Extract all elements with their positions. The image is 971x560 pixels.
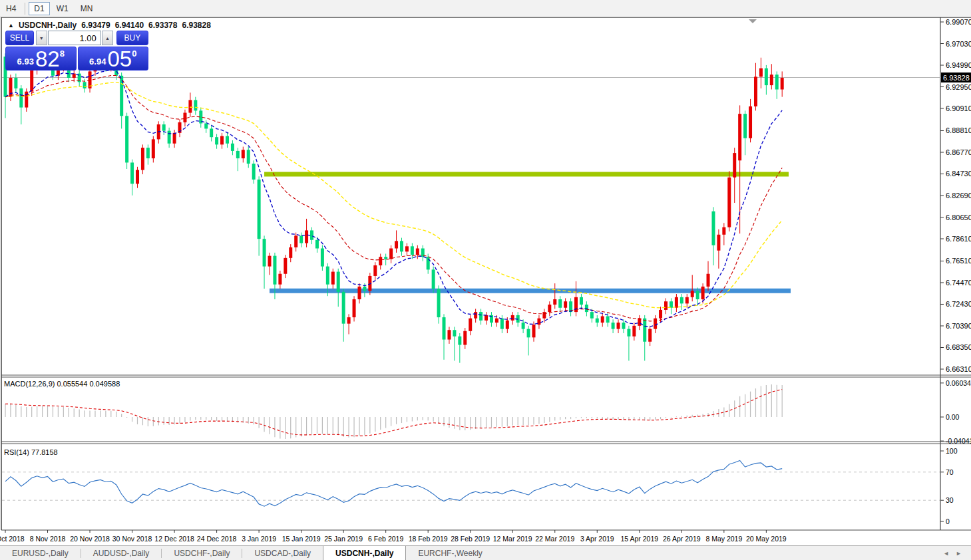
svg-text:24 Dec 2018: 24 Dec 2018 [197,535,237,543]
svg-text:29 Oct 2018: 29 Oct 2018 [0,535,25,543]
svg-text:26 Apr 2019: 26 Apr 2019 [663,535,701,543]
ohlc-low: 6.93378 [148,21,177,30]
svg-text:6.76510: 6.76510 [946,257,971,265]
timeframe-button-d1[interactable]: D1 [29,2,49,15]
svg-text:15 Apr 2019: 15 Apr 2019 [620,535,658,543]
svg-text:70: 70 [946,468,954,476]
svg-text:0: 0 [946,517,950,525]
timeframe-button-w1[interactable]: W1 [51,2,74,15]
svg-text:8 Nov 2018: 8 Nov 2018 [30,535,66,543]
svg-text:6.97030: 6.97030 [946,40,971,48]
resistance-line [264,172,789,176]
one-click-trading-panel: SELL ▼ ▲ BUY 6.93 82 8 6.94 05 0 [5,31,148,70]
buy-price-button[interactable]: 6.94 05 0 [78,47,149,70]
mt4-window: { "toolbar": { "timeframes": ["H4","D1",… [0,0,971,560]
svg-text:6.93828: 6.93828 [943,74,970,82]
svg-text:6.78610: 6.78610 [946,235,971,243]
svg-text:6.90910: 6.90910 [946,104,971,112]
svg-text:0.00: 0.00 [946,413,960,421]
ohlc-high: 6.94140 [115,21,144,30]
svg-text:22 Mar 2019: 22 Mar 2019 [535,535,574,543]
chart-title: ▲ USDCNH-,Daily 6.93479 6.94140 6.93378 … [8,21,211,30]
tab-usdcnh[interactable]: USDCNH-,Daily [323,546,406,560]
timeframe-button-h4[interactable]: H4 [1,2,21,15]
svg-text:6.84730: 6.84730 [946,170,971,178]
svg-text:18 Feb 2019: 18 Feb 2019 [409,535,448,543]
sell-price-prefix: 6.93 [17,57,34,67]
collapse-panel-icon[interactable]: ▲ [8,22,14,29]
svg-text:6.92950: 6.92950 [946,83,971,91]
symbol-label: USDCNH-,Daily [19,21,77,30]
svg-text:28 Feb 2019: 28 Feb 2019 [451,535,490,543]
svg-text:6.68350: 6.68350 [946,343,971,351]
buy-button[interactable]: BUY [116,31,148,45]
svg-text:3 Jan 2019: 3 Jan 2019 [242,535,276,543]
svg-text:6.66310: 6.66310 [946,365,971,373]
sell-button[interactable]: SELL [5,31,34,45]
svg-text:6.74470: 6.74470 [946,279,971,287]
buy-price-prefix: 6.94 [89,57,106,67]
svg-text:6.86770: 6.86770 [946,148,971,156]
volume-input[interactable] [48,31,101,45]
volume-spin-up[interactable]: ▲ [102,31,113,45]
timeframe-toolbar: H4D1W1MN [0,0,971,17]
svg-text:3 Apr 2019: 3 Apr 2019 [580,535,614,543]
svg-text:8 May 2019: 8 May 2019 [705,535,742,543]
volume-spin-down[interactable]: ▼ [36,31,47,45]
svg-text:100: 100 [946,447,958,455]
buy-price-pip: 0 [132,49,136,59]
tab-eurusd[interactable]: EURUSD-,Daily [0,546,81,560]
svg-text:12 Mar 2019: 12 Mar 2019 [493,535,532,543]
svg-text:6 Feb 2019: 6 Feb 2019 [368,535,403,543]
svg-text:25 Jan 2019: 25 Jan 2019 [324,535,363,543]
buy-price-main: 05 [107,48,132,70]
svg-text:20 May 2019: 20 May 2019 [746,535,787,543]
tab-eurchf[interactable]: EURCHF-,Weekly [406,546,494,560]
svg-text:12 Dec 2018: 12 Dec 2018 [154,535,194,543]
svg-text:30: 30 [946,496,954,504]
sell-price-main: 82 [35,48,60,70]
ohlc-close: 6.93828 [182,21,210,30]
tab-audusd[interactable]: AUDUSD-,Daily [81,546,162,560]
svg-text:15 Jan 2019: 15 Jan 2019 [282,535,321,543]
sell-price-button[interactable]: 6.93 82 8 [5,47,77,70]
ohlc-open: 6.93479 [81,21,110,30]
chart-tab-bar: EURUSD-,DailyAUDUSD-,DailyUSDCHF-,DailyU… [0,545,971,560]
price-chart[interactable]: 6.990706.970306.949906.929506.909106.888… [0,0,971,560]
svg-text:6.72430: 6.72430 [946,300,971,308]
sell-price-pip: 8 [60,49,65,59]
svg-text:6.94990: 6.94990 [946,61,971,69]
tab-scroll-right-icon[interactable]: ► [956,550,962,557]
svg-text:6.80650: 6.80650 [946,213,971,221]
toolbar-separator [25,3,25,15]
timeframe-button-mn[interactable]: MN [75,2,98,15]
current-price-tag: 6.93828 [941,72,971,82]
svg-text:6.99070: 6.99070 [946,18,971,26]
svg-text:-0.040415: -0.040415 [946,437,971,445]
macd-indicator-label: MACD(12,26,9) 0.055544 0.049588 [4,380,120,388]
svg-text:30 Nov 2018: 30 Nov 2018 [112,535,152,543]
svg-text:0.060342: 0.060342 [946,379,971,387]
svg-text:6.70390: 6.70390 [946,322,971,330]
rsi-indicator-label: RSI(14) 77.8158 [4,448,58,456]
tab-usdchf[interactable]: USDCHF-,Daily [162,546,242,560]
svg-text:6.88810: 6.88810 [946,126,971,134]
tab-usdcad[interactable]: USDCAD-,Daily [242,546,323,560]
svg-text:20 Nov 2018: 20 Nov 2018 [70,535,110,543]
tab-scroll-left-icon[interactable]: ◄ [943,550,949,557]
svg-text:6.82690: 6.82690 [946,192,971,200]
